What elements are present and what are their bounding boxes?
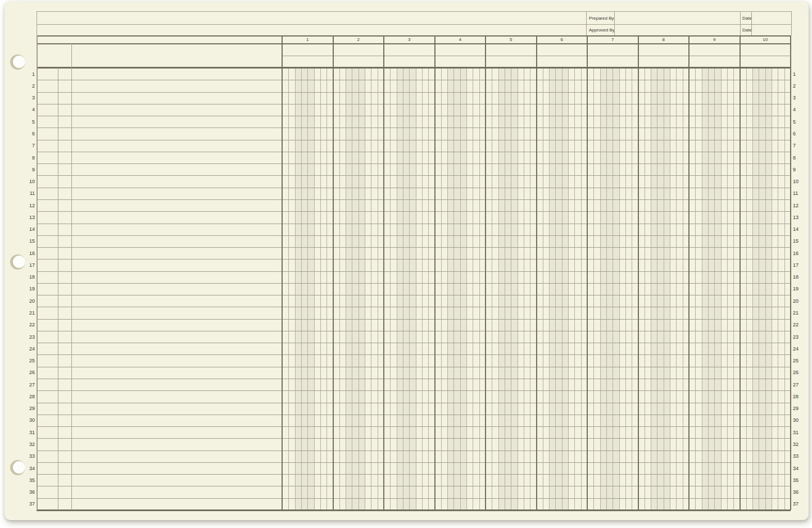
row-number-right: 31 — [793, 426, 804, 438]
column-boundary-line — [688, 35, 689, 510]
digit-rule-line — [676, 68, 677, 510]
form-box-line — [614, 11, 615, 35]
column-boundary-line — [638, 35, 639, 510]
row-number-left: 20 — [24, 295, 35, 307]
row-number-left: 26 — [24, 367, 35, 379]
row-number-right: 3 — [793, 92, 804, 104]
digit-rule-line — [320, 68, 321, 510]
row-line — [37, 224, 791, 224]
digit-rule-line — [314, 68, 315, 510]
digit-rule-line — [339, 68, 340, 510]
digit-rule-line — [447, 68, 448, 510]
row-number-left: 13 — [24, 211, 35, 223]
row-number-left: 15 — [24, 235, 35, 247]
row-number-right: 9 — [793, 163, 804, 175]
row-number-right: 4 — [793, 104, 804, 116]
row-line — [37, 175, 791, 176]
column-boundary-line — [383, 35, 384, 510]
row-number-left: 16 — [24, 247, 35, 259]
tinted-digit-band — [549, 68, 568, 510]
row-number-right: 7 — [793, 140, 804, 152]
digit-rule-line — [460, 68, 461, 510]
row-number-right: 16 — [793, 247, 804, 259]
row-line — [37, 474, 791, 475]
row-line — [37, 259, 791, 260]
row-line — [37, 211, 791, 212]
approved-by-field — [615, 25, 740, 35]
row-number-right: 2 — [793, 80, 804, 92]
column-boundary-line — [282, 35, 283, 510]
row-number-right: 24 — [793, 343, 804, 354]
digit-rule-line — [326, 68, 327, 510]
grid-bottom-rule — [37, 509, 791, 511]
row-number-right: 1 — [793, 68, 804, 80]
row-line — [37, 140, 791, 140]
date-label-bottom: Date — [742, 24, 752, 35]
digit-rule-line — [346, 68, 346, 510]
row-number-left: 12 — [24, 199, 35, 211]
row-number-left: 34 — [24, 462, 35, 474]
hole-punch-middle — [10, 254, 25, 270]
row-line — [37, 426, 791, 427]
row-number-left: 5 — [24, 116, 35, 128]
row-number-left: 2 — [24, 80, 35, 92]
form-left-edge-line — [37, 11, 37, 35]
tinted-digit-band — [295, 68, 314, 510]
row-number-left: 37 — [24, 498, 35, 510]
column-number-label: 3 — [384, 35, 435, 43]
row-line — [37, 199, 791, 200]
digit-rule-line — [600, 68, 601, 510]
date-field-top — [752, 12, 791, 24]
digit-rule-line — [683, 68, 683, 510]
row-line — [37, 163, 791, 164]
row-number-right: 29 — [793, 403, 804, 415]
digit-rule-line — [409, 68, 410, 510]
row-number-left: 9 — [24, 163, 35, 175]
column-boundary-line — [587, 35, 588, 510]
digit-rule-line — [288, 68, 289, 510]
row-line — [37, 116, 791, 116]
tinted-digit-band — [498, 68, 518, 510]
row-number-right: 27 — [793, 379, 804, 390]
row-line — [37, 450, 791, 451]
digit-rule-line — [397, 68, 397, 510]
digit-rule-line — [772, 68, 772, 510]
row-number-left: 33 — [24, 450, 35, 462]
digit-rule-line — [295, 68, 296, 510]
row-number-right: 28 — [793, 390, 804, 402]
row-line — [37, 247, 791, 248]
row-number-right: 14 — [793, 224, 804, 235]
column-number-label: 2 — [333, 35, 384, 43]
date-field-bottom — [752, 25, 791, 35]
row-number-left: 28 — [24, 390, 35, 402]
row-number-left: 3 — [24, 92, 35, 104]
digit-rule-line — [307, 68, 308, 510]
column-number-label: 6 — [537, 35, 588, 43]
row-line — [37, 403, 791, 403]
row-number-left: 22 — [24, 319, 35, 331]
digit-rule-line — [518, 68, 518, 510]
row-number-left: 11 — [24, 188, 35, 199]
row-line — [37, 415, 791, 415]
column-boundary-line — [740, 35, 741, 510]
column-number-band-rule — [37, 43, 791, 44]
column-boundary-line — [333, 35, 334, 510]
row-line — [37, 331, 791, 331]
digit-rule-line — [453, 68, 454, 510]
digit-rule-line — [466, 68, 467, 510]
row-line — [37, 354, 791, 355]
row-number-right: 17 — [793, 259, 804, 271]
row-number-left: 17 — [24, 259, 35, 271]
row-line — [37, 152, 791, 152]
row-number-left: 31 — [24, 426, 35, 438]
row-number-right: 12 — [793, 199, 804, 211]
row-number-right: 25 — [793, 354, 804, 366]
digit-rule-line — [492, 68, 492, 510]
tinted-digit-band — [752, 68, 772, 510]
row-number-left: 30 — [24, 415, 35, 426]
digit-rule-line — [613, 68, 613, 510]
row-number-right: 35 — [793, 474, 804, 486]
row-number-left: 36 — [24, 486, 35, 498]
row-number-right: 36 — [793, 486, 804, 498]
row-number-left: 29 — [24, 403, 35, 415]
